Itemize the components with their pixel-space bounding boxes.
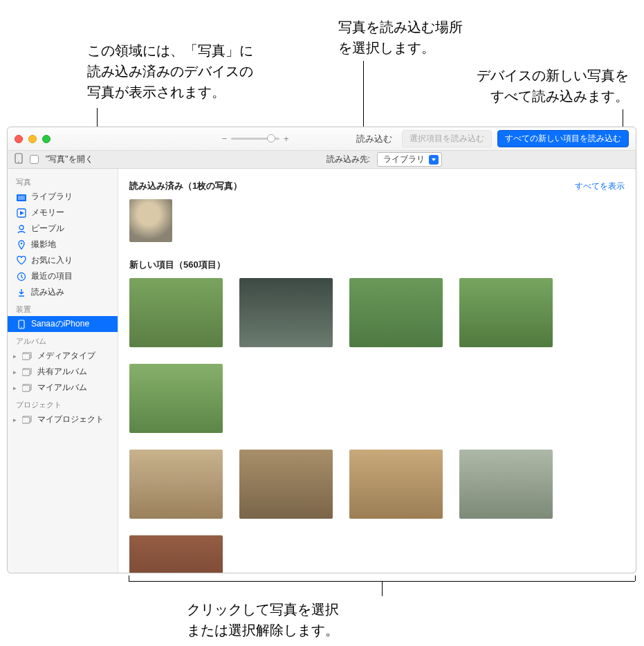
import-subbar: "写真"を開く 読み込み先: ライブラリ	[8, 151, 636, 169]
album-icon	[22, 415, 33, 425]
new-items-header: 新しい項目（560項目）	[129, 259, 625, 271]
heart-icon	[16, 256, 26, 266]
sidebar-item-label: メディアタイプ	[37, 350, 95, 362]
callout-line	[635, 575, 636, 581]
album-icon	[22, 351, 33, 361]
svg-rect-3	[18, 196, 25, 200]
device-icon	[15, 153, 23, 166]
photo-thumbnail[interactable]	[459, 450, 553, 519]
zoom-in-icon: +	[284, 133, 289, 144]
sidebar-item-label: ピープル	[31, 223, 64, 234]
chevron-down-icon	[429, 155, 439, 165]
sidebar-item-favorites[interactable]: お気に入り	[8, 252, 118, 268]
sidebar-item-imports[interactable]: 読み込み	[8, 284, 118, 300]
window-controls	[15, 135, 50, 143]
sidebar-item-label: 共有アルバム	[37, 366, 87, 378]
disclosure-triangle-icon[interactable]: ▸	[12, 416, 17, 423]
sidebar-item-label: お気に入り	[31, 255, 73, 266]
phone-icon	[16, 320, 26, 329]
photo-thumbnail[interactable]	[239, 278, 333, 347]
photo-thumbnail[interactable]	[349, 278, 443, 347]
callout-destination: 写真を読み込む場所 を選択します。	[338, 17, 463, 58]
places-icon	[16, 240, 26, 250]
import-content: 読み込み済み（1枚の写真） すべてを表示 新しい項目（560項目）	[118, 169, 636, 573]
photo-thumbnail[interactable]	[129, 199, 172, 242]
callout-line	[623, 109, 623, 129]
photo-thumbnail[interactable]	[129, 450, 223, 519]
sidebar-item-library[interactable]: ライブラリ	[8, 189, 118, 205]
callout-already-imported: この領域には、「写真」に 読み込み済みのデバイスの 写真が表示されます。	[87, 40, 253, 102]
zoom-out-icon: −	[221, 133, 227, 144]
import-destination-value: ライブラリ	[383, 154, 425, 165]
callout-line	[382, 581, 383, 596]
svg-point-10	[21, 326, 21, 327]
callout-select: クリックして写真を選択 または選択解除します。	[187, 599, 339, 640]
sidebar-section-devices: 装置	[8, 300, 118, 316]
photos-app-window: − + 読み込む 選択項目を読み込む すべての新しい項目を読み込む "写真"を開…	[7, 127, 636, 573]
sidebar-item-label: 読み込み	[31, 286, 64, 298]
minimize-icon[interactable]	[28, 135, 37, 143]
disclosure-triangle-icon[interactable]: ▸	[12, 353, 17, 360]
sidebar-item-label: メモリー	[31, 207, 64, 219]
open-photos-label: "写真"を開く	[46, 154, 93, 165]
open-photos-checkbox[interactable]	[30, 155, 39, 164]
zoom-track[interactable]	[231, 138, 279, 140]
sidebar-item-device[interactable]: SanaaのiPhone	[8, 316, 118, 332]
album-icon	[22, 367, 33, 377]
sidebar-section-albums: アルバム	[8, 332, 118, 348]
sidebar-item-recents[interactable]: 最近の項目	[8, 268, 118, 284]
library-icon	[16, 192, 26, 202]
sidebar: 写真 ライブラリ メモリー ピープル 撮影地 お気に入り	[8, 169, 118, 573]
photo-thumbnail[interactable]	[129, 278, 223, 347]
svg-rect-12	[22, 353, 30, 360]
thumbnail-zoom-slider[interactable]: − +	[221, 133, 288, 144]
photo-thumbnail[interactable]	[459, 278, 553, 347]
svg-rect-16	[22, 385, 30, 391]
photo-thumbnail[interactable]	[129, 535, 223, 573]
sidebar-item-shared[interactable]: ▸ 共有アルバム	[8, 364, 118, 380]
sidebar-item-label: SanaaのiPhone	[31, 318, 89, 330]
svg-rect-18	[22, 417, 30, 423]
photo-thumbnail[interactable]	[349, 450, 443, 519]
sidebar-item-myalbums[interactable]: ▸ マイアルバム	[8, 380, 118, 396]
svg-point-1	[18, 161, 19, 163]
sidebar-section-photos: 写真	[8, 173, 118, 189]
disclosure-triangle-icon[interactable]: ▸	[12, 385, 17, 391]
svg-rect-14	[22, 369, 30, 376]
sidebar-item-places[interactable]: 撮影地	[8, 237, 118, 252]
sidebar-item-label: マイプロジェクト	[37, 414, 104, 425]
titlebar: − + 読み込む 選択項目を読み込む すべての新しい項目を読み込む	[8, 127, 636, 151]
photo-thumbnail[interactable]	[129, 364, 223, 433]
svg-marker-5	[20, 211, 24, 215]
callout-import-all: デバイスの新しい写真を すべて読み込みます。	[442, 65, 629, 107]
people-icon	[16, 224, 26, 234]
svg-point-7	[20, 242, 22, 244]
memories-icon	[16, 208, 26, 218]
import-to-label: 読み込み先:	[326, 154, 370, 165]
disclosure-triangle-icon[interactable]: ▸	[12, 369, 17, 376]
sidebar-item-mediatypes[interactable]: ▸ メディアタイプ	[8, 348, 118, 364]
import-selected-button[interactable]: 選択項目を読み込む	[402, 130, 492, 147]
photo-thumbnail[interactable]	[239, 450, 333, 519]
zoom-knob[interactable]	[267, 134, 275, 142]
svg-point-6	[19, 225, 24, 230]
callout-line	[363, 61, 364, 137]
callout-line	[129, 575, 129, 581]
import-all-new-button[interactable]: すべての新しい項目を読み込む	[497, 130, 629, 147]
new-items-label: 新しい項目（560項目）	[129, 259, 226, 271]
import-icon	[16, 288, 26, 297]
import-label: 読み込む	[356, 133, 392, 145]
show-all-link[interactable]: すべてを表示	[575, 181, 625, 192]
album-icon	[22, 383, 33, 393]
sidebar-item-people[interactable]: ピープル	[8, 221, 118, 237]
already-imported-label: 読み込み済み（1枚の写真）	[129, 180, 242, 192]
close-icon[interactable]	[15, 135, 23, 143]
sidebar-item-label: マイアルバム	[37, 382, 87, 394]
maximize-icon[interactable]	[42, 135, 50, 143]
sidebar-item-myprojects[interactable]: ▸ マイプロジェクト	[8, 412, 118, 427]
import-destination-select[interactable]: ライブラリ	[377, 152, 442, 167]
sidebar-item-label: ライブラリ	[31, 191, 73, 203]
sidebar-item-memories[interactable]: メモリー	[8, 205, 118, 221]
sidebar-item-label: 最近の項目	[31, 270, 73, 282]
sidebar-section-projects: プロジェクト	[8, 396, 118, 412]
